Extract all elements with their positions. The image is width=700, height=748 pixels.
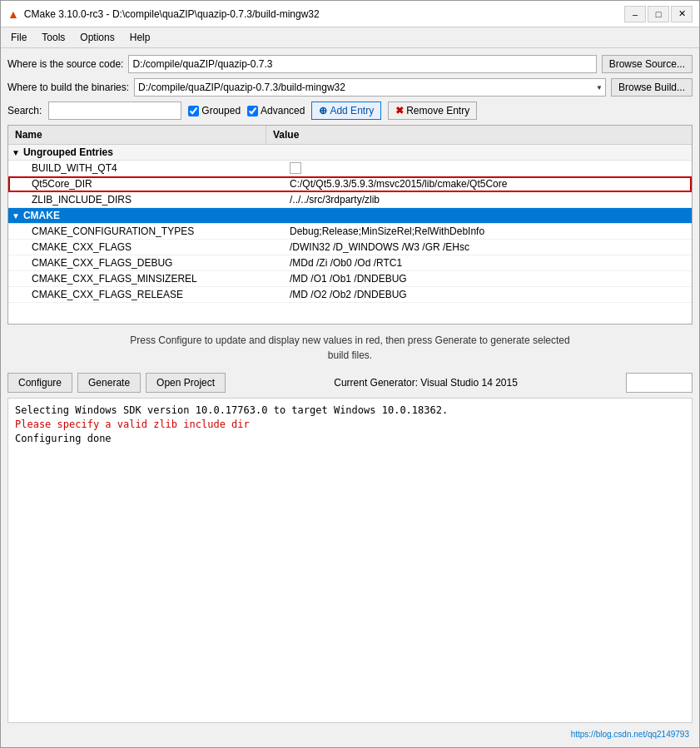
action-row: Configure Generate Open Project Current … xyxy=(7,373,693,393)
title-controls: – □ ✕ xyxy=(624,6,693,22)
group-cmake-label: CMAKE xyxy=(23,210,60,221)
entry-value: /../../src/3rdparty/zlib xyxy=(290,194,380,206)
menu-options[interactable]: Options xyxy=(73,29,121,46)
main-content: Where is the source code: Browse Source.… xyxy=(1,48,699,747)
name-cell: CMAKE_CXX_FLAGS_MINSIZEREL xyxy=(25,271,283,286)
menu-tools[interactable]: Tools xyxy=(35,29,72,46)
minimize-button[interactable]: – xyxy=(624,6,646,22)
name-cell: ZLIB_INCLUDE_DIRS xyxy=(25,192,283,207)
remove-entry-button[interactable]: ✖ Remove Entry xyxy=(388,102,477,120)
generator-label: Current Generator: Visual Studio 14 2015 xyxy=(231,377,621,389)
search-label: Search: xyxy=(7,105,42,116)
entry-value: /DWIN32 /D_WINDOWS /W3 /GR /EHsc xyxy=(290,241,469,253)
entry-name: CMAKE_CXX_FLAGS_DEBUG xyxy=(32,257,172,269)
table-row[interactable]: CMAKE_CXX_FLAGS_RELEASE /MD /O2 /Ob2 /DN… xyxy=(8,287,692,303)
add-entry-label: Add Entry xyxy=(330,105,374,116)
entry-value: Debug;Release;MinSizeRel;RelWithDebInfo xyxy=(290,225,484,237)
log-line: Selecting Windows SDK version 10.0.17763… xyxy=(15,404,685,418)
entries-table: Name Value ▼ Ungrouped Entries BUILD_WIT… xyxy=(7,125,693,324)
source-label: Where is the source code: xyxy=(7,58,123,70)
build-select[interactable]: D:/compile/quaZIP/quazip-0.7.3/build-min… xyxy=(134,78,606,97)
col-name-header: Name xyxy=(8,126,266,144)
value-cell: /DWIN32 /D_WINDOWS /W3 /GR /EHsc xyxy=(283,240,692,255)
table-row[interactable]: CMAKE_CXX_FLAGS_MINSIZEREL /MD /O1 /Ob1 … xyxy=(8,271,692,287)
build-label: Where to build the binaries: xyxy=(7,82,129,93)
table-row[interactable]: CMAKE_CXX_FLAGS /DWIN32 /D_WINDOWS /W3 /… xyxy=(8,240,692,255)
entry-value: /MDd /Zi /Ob0 /Od /RTC1 xyxy=(290,257,402,269)
open-project-button[interactable]: Open Project xyxy=(146,373,226,393)
title-bar: ▲ CMake 3.10.0-rc3 - D:\compile\quaZIP\q… xyxy=(1,1,699,27)
value-cell: C:/Qt/Qt5.9.3/5.9.3/msvc2015/lib/cmake/Q… xyxy=(283,176,692,191)
generate-button[interactable]: Generate xyxy=(77,373,141,393)
entry-value: /MD /O1 /Ob1 /DNDEBUG xyxy=(290,273,407,285)
name-cell: CMAKE_CXX_FLAGS xyxy=(25,240,283,255)
entry-name: Qt5Core_DIR xyxy=(32,178,92,190)
configure-button[interactable]: Configure xyxy=(7,373,72,393)
add-entry-button[interactable]: ⊕ Add Entry xyxy=(311,102,381,120)
watermark: https://blog.csdn.net/qq2149793 xyxy=(7,728,693,741)
source-row: Where is the source code: Browse Source.… xyxy=(7,55,693,73)
window-title: CMake 3.10.0-rc3 - D:\compile\quaZIP\qua… xyxy=(24,8,320,20)
value-cell: /MD /O2 /Ob2 /DNDEBUG xyxy=(283,287,692,302)
menu-file[interactable]: File xyxy=(4,29,33,46)
advanced-checkbox[interactable] xyxy=(247,106,258,116)
build-row: Where to build the binaries: D:/compile/… xyxy=(7,78,693,97)
grouped-checkbox-label[interactable]: Grouped xyxy=(188,105,241,116)
entry-name: CMAKE_CXX_FLAGS_MINSIZEREL xyxy=(32,273,197,285)
maximize-button[interactable]: □ xyxy=(648,6,669,22)
entry-value: /MD /O2 /Ob2 /DNDEBUG xyxy=(290,289,407,300)
close-button[interactable]: ✕ xyxy=(671,6,693,22)
search-row: Search: Grouped Advanced ⊕ Add Entry ✖ R… xyxy=(7,102,693,120)
table-row[interactable]: CMAKE_CXX_FLAGS_DEBUG /MDd /Zi /Ob0 /Od … xyxy=(8,255,692,271)
chevron-ungrouped: ▼ xyxy=(12,148,20,157)
name-cell: CMAKE_CXX_FLAGS_DEBUG xyxy=(25,255,283,270)
log-area: Selecting Windows SDK version 10.0.17763… xyxy=(7,398,693,723)
menu-help[interactable]: Help xyxy=(123,29,157,46)
title-bar-left: ▲ CMake 3.10.0-rc3 - D:\compile\quaZIP\q… xyxy=(7,7,320,21)
advanced-label: Advanced xyxy=(261,105,305,116)
browse-source-button[interactable]: Browse Source... xyxy=(602,55,693,73)
name-cell: BUILD_WITH_QT4 xyxy=(25,161,283,176)
entry-name: CMAKE_CONFIGURATION_TYPES xyxy=(32,225,194,237)
value-cell: /MDd /Zi /Ob0 /Od /RTC1 xyxy=(283,255,692,270)
table-header: Name Value xyxy=(8,126,692,145)
entry-name: CMAKE_CXX_FLAGS xyxy=(32,241,132,253)
remove-entry-label: Remove Entry xyxy=(406,105,469,116)
log-line-error: Please specify a valid zlib include dir xyxy=(15,418,685,432)
entry-name: BUILD_WITH_QT4 xyxy=(32,162,117,174)
log-line: Configuring done xyxy=(15,432,685,446)
source-input[interactable] xyxy=(128,55,596,73)
entry-name: ZLIB_INCLUDE_DIRS xyxy=(32,194,132,206)
app-icon: ▲ xyxy=(7,7,19,21)
name-cell: CMAKE_CONFIGURATION_TYPES xyxy=(25,224,283,239)
table-row[interactable]: ZLIB_INCLUDE_DIRS /../../src/3rdparty/zl… xyxy=(8,192,692,208)
plus-icon: ⊕ xyxy=(319,105,327,116)
name-cell: Qt5Core_DIR xyxy=(25,176,283,191)
group-ungrouped-label: Ungrouped Entries xyxy=(23,146,113,158)
browse-build-button[interactable]: Browse Build... xyxy=(611,78,693,97)
name-cell: CMAKE_CXX_FLAGS_RELEASE xyxy=(25,287,283,302)
advanced-checkbox-label[interactable]: Advanced xyxy=(247,105,305,116)
value-cell: Debug;Release;MinSizeRel;RelWithDebInfo xyxy=(283,224,692,239)
value-cell xyxy=(283,161,692,176)
entry-value: C:/Qt/Qt5.9.3/5.9.3/msvc2015/lib/cmake/Q… xyxy=(290,178,507,190)
main-window: ▲ CMake 3.10.0-rc3 - D:\compile\quaZIP\q… xyxy=(0,0,700,748)
build-select-wrapper: D:/compile/quaZIP/quazip-0.7.3/build-min… xyxy=(134,78,606,97)
remove-icon: ✖ xyxy=(395,105,404,116)
value-cell: /MD /O1 /Ob1 /DNDEBUG xyxy=(283,271,692,286)
entry-name: CMAKE_CXX_FLAGS_RELEASE xyxy=(32,289,183,300)
generator-input[interactable] xyxy=(626,373,693,393)
chevron-cmake: ▼ xyxy=(12,211,20,220)
grouped-label: Grouped xyxy=(201,105,241,116)
info-text: Press Configure to update and display ne… xyxy=(7,329,693,366)
entry-checkbox[interactable] xyxy=(290,162,301,174)
value-cell: /../../src/3rdparty/zlib xyxy=(283,192,692,207)
group-cmake[interactable]: ▼ CMAKE xyxy=(8,208,692,224)
grouped-checkbox[interactable] xyxy=(188,106,199,116)
table-row[interactable]: BUILD_WITH_QT4 xyxy=(8,161,692,176)
menu-bar: File Tools Options Help xyxy=(1,27,699,48)
group-ungrouped[interactable]: ▼ Ungrouped Entries xyxy=(8,145,692,161)
search-input[interactable] xyxy=(48,102,181,120)
table-row[interactable]: Qt5Core_DIR C:/Qt/Qt5.9.3/5.9.3/msvc2015… xyxy=(8,176,692,192)
table-row[interactable]: CMAKE_CONFIGURATION_TYPES Debug;Release;… xyxy=(8,224,692,240)
